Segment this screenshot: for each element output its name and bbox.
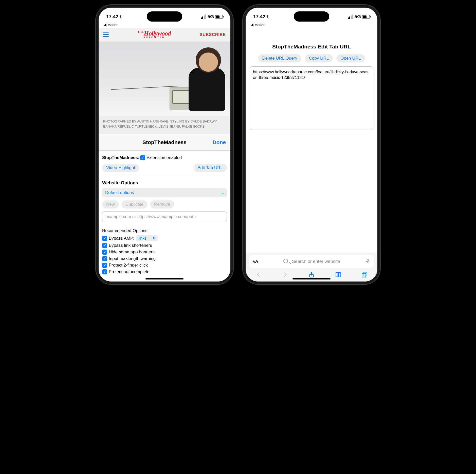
page-settings-aa-button[interactable]: AA bbox=[253, 259, 258, 264]
maxlength-warning-checkbox[interactable]: ✓ bbox=[102, 256, 107, 261]
url-textarea[interactable]: https://www.hollywoodreporter.com/featur… bbox=[250, 66, 373, 130]
options-profile-select[interactable]: Default options ⇅ bbox=[102, 188, 227, 197]
status-time: 17.42 bbox=[106, 14, 118, 20]
ext-name-label: StopTheMadness: bbox=[102, 155, 139, 160]
bypass-shorteners-checkbox[interactable]: ✓ bbox=[102, 243, 107, 248]
phone-right: 17.42 ☾ 5G ◀ Matter StopTheMadness Edit … bbox=[243, 5, 380, 284]
bookmarks-button[interactable] bbox=[335, 271, 341, 278]
back-button[interactable] bbox=[255, 271, 262, 278]
recommended-options-heading: Recommended Options: bbox=[102, 228, 227, 233]
video-highlight-button[interactable]: Video Highlight bbox=[102, 164, 139, 172]
battery-icon bbox=[215, 15, 223, 19]
edit-tab-url-button[interactable]: Edit Tab URL bbox=[193, 164, 227, 172]
divider bbox=[102, 176, 227, 176]
sheet-title: StopTheMadness bbox=[142, 139, 187, 145]
safari-bottom-bar: AA Search or enter website bbox=[246, 253, 377, 282]
battery-icon bbox=[362, 15, 370, 19]
microphone-icon[interactable] bbox=[365, 258, 370, 265]
chevron-updown-icon: ⇅ bbox=[221, 191, 224, 195]
protect-autocomplete-label: Protect autocomplete bbox=[109, 269, 150, 274]
extension-enabled-label: Extension enabled bbox=[146, 155, 182, 160]
new-profile-button[interactable]: New bbox=[102, 200, 119, 208]
status-time: 17.42 bbox=[253, 14, 265, 20]
address-bar[interactable]: AA Search or enter website bbox=[249, 255, 374, 268]
svg-rect-0 bbox=[367, 259, 369, 261]
home-indicator[interactable] bbox=[292, 278, 331, 279]
hide-banners-checkbox[interactable]: ✓ bbox=[102, 250, 107, 255]
phone-left: 17.42 ☾ 5G ◀ Matter THEHollywood REPORTE… bbox=[96, 5, 233, 284]
signal-icon bbox=[201, 14, 206, 19]
extension-enabled-checkbox[interactable]: ✓ bbox=[140, 155, 145, 160]
protect-2finger-label: Protect 2-finger click bbox=[109, 263, 148, 268]
forward-button[interactable] bbox=[282, 271, 288, 278]
dnd-moon-icon: ☾ bbox=[119, 14, 123, 20]
bypass-amp-label: Bypass AMP: bbox=[109, 236, 134, 241]
edit-url-page: StopTheMadness Edit Tab URL Delete URL Q… bbox=[246, 28, 377, 253]
search-field[interactable]: Search or enter website bbox=[261, 259, 362, 265]
menu-icon[interactable] bbox=[103, 32, 109, 37]
delete-url-query-button[interactable]: Delete URL Query bbox=[258, 54, 301, 62]
site-logo[interactable]: THEHollywood REPORTER bbox=[109, 31, 200, 39]
svg-rect-3 bbox=[362, 273, 366, 277]
subscribe-link[interactable]: SUBSCRIBE bbox=[200, 32, 226, 37]
dnd-moon-icon: ☾ bbox=[266, 14, 270, 20]
copy-url-button[interactable]: Copy URL bbox=[305, 54, 333, 62]
extension-sheet-body: StopTheMadness: ✓ Extension enabled Vide… bbox=[99, 151, 230, 282]
safari-toolbar bbox=[249, 268, 374, 278]
article-hero-image bbox=[99, 42, 230, 115]
chevron-updown-icon: ⇅ bbox=[153, 237, 155, 240]
breadcrumb-back[interactable]: ◀ Matter bbox=[99, 23, 230, 28]
protect-autocomplete-checkbox[interactable]: ✓ bbox=[102, 269, 107, 274]
page-title: StopTheMadness Edit Tab URL bbox=[250, 44, 373, 50]
bypass-amp-select[interactable]: links ⇅ bbox=[136, 235, 158, 241]
bypass-amp-checkbox[interactable]: ✓ bbox=[102, 236, 107, 241]
signal-icon bbox=[348, 14, 353, 19]
site-url-input[interactable] bbox=[102, 212, 227, 222]
done-button[interactable]: Done bbox=[213, 139, 226, 145]
open-url-button[interactable]: Open URL bbox=[336, 54, 365, 62]
protect-2finger-checkbox[interactable]: ✓ bbox=[102, 263, 107, 268]
home-indicator[interactable] bbox=[145, 278, 184, 279]
extension-sheet-header: StopTheMadness Done bbox=[99, 134, 230, 151]
maxlength-warning-label: Input maxlength warning bbox=[109, 256, 156, 261]
search-icon bbox=[283, 259, 290, 265]
dynamic-island bbox=[147, 11, 182, 22]
svg-rect-2 bbox=[363, 272, 367, 276]
image-caption: PHOTOGRAPHED BY AUSTIN HARGRAVE; STYLING… bbox=[99, 115, 230, 134]
tabs-button[interactable] bbox=[361, 271, 368, 278]
website-options-heading: Website Options bbox=[102, 180, 227, 186]
breadcrumb-back[interactable]: ◀ Matter bbox=[246, 23, 377, 28]
dynamic-island bbox=[294, 11, 329, 22]
bypass-shorteners-label: Bypass link shorteners bbox=[109, 243, 152, 248]
network-label: 5G bbox=[355, 14, 361, 20]
hide-banners-label: Hide some app banners bbox=[109, 250, 155, 255]
share-button[interactable] bbox=[308, 271, 315, 278]
site-header: THEHollywood REPORTER SUBSCRIBE bbox=[99, 28, 230, 42]
remove-profile-button[interactable]: Remove bbox=[150, 200, 174, 208]
duplicate-profile-button[interactable]: Duplicate bbox=[121, 200, 148, 208]
network-label: 5G bbox=[208, 14, 214, 20]
